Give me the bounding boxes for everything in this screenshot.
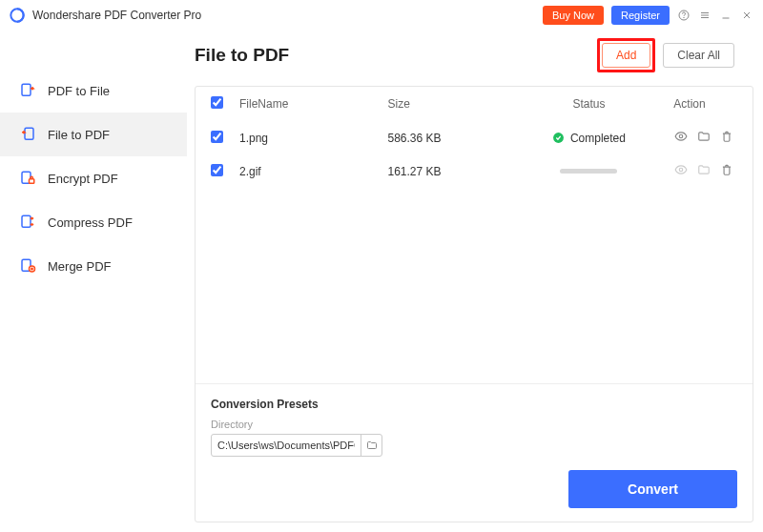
sidebar: PDF to File File to PDF Encrypt PDF Comp… [0, 31, 187, 532]
help-icon[interactable] [677, 9, 691, 22]
titlebar: Wondershare PDF Converter Pro Buy Now Re… [0, 0, 763, 31]
table-row: 2.gif 161.27 KB [196, 154, 753, 188]
add-button[interactable]: Add [602, 43, 650, 68]
sidebar-item-label: PDF to File [48, 84, 110, 98]
row-status: Completed [536, 132, 642, 145]
presets-title: Conversion Presets [211, 398, 737, 411]
register-button[interactable]: Register [611, 6, 670, 25]
open-folder-icon [697, 163, 711, 179]
sidebar-item-label: Merge PDF [48, 259, 111, 274]
clear-all-button[interactable]: Clear All [663, 43, 734, 68]
close-icon[interactable] [740, 9, 753, 22]
buy-now-button[interactable]: Buy Now [543, 6, 604, 25]
directory-input[interactable] [212, 440, 361, 451]
svg-point-2 [684, 17, 685, 18]
svg-rect-9 [22, 84, 31, 95]
row-checkbox[interactable] [211, 131, 223, 143]
table-row: 1.png 586.36 KB Completed [196, 121, 753, 154]
pdf-to-file-icon [19, 82, 36, 99]
svg-rect-12 [30, 179, 34, 184]
row-filename: 1.png [239, 132, 387, 145]
progress-bar [560, 169, 617, 174]
page-title: File to PDF [195, 45, 289, 66]
preview-icon [674, 163, 688, 179]
file-to-pdf-icon [19, 126, 36, 143]
row-checkbox[interactable] [211, 164, 223, 176]
conversion-presets: Conversion Presets Directory [196, 383, 753, 457]
add-button-highlight: Add [597, 38, 655, 72]
svg-rect-13 [22, 215, 31, 227]
file-table: FileName Size Status Action 1.png 586.36… [195, 86, 753, 522]
compress-pdf-icon [19, 214, 36, 231]
directory-field [211, 434, 382, 457]
svg-point-18 [679, 168, 683, 172]
encrypt-pdf-icon [19, 170, 36, 187]
preview-icon[interactable] [674, 130, 688, 146]
col-size: Size [387, 97, 535, 111]
delete-icon[interactable] [720, 163, 733, 179]
col-status: Status [536, 97, 642, 111]
sidebar-item-pdf-to-file[interactable]: PDF to File [0, 69, 187, 113]
sidebar-item-label: Compress PDF [48, 215, 133, 230]
svg-point-17 [679, 134, 683, 138]
sidebar-item-label: File to PDF [48, 128, 110, 142]
col-action: Action [642, 97, 737, 111]
menu-icon[interactable] [698, 9, 711, 22]
sidebar-item-compress-pdf[interactable]: Compress PDF [0, 200, 187, 244]
delete-icon[interactable] [720, 130, 733, 146]
table-header: FileName Size Status Action [196, 87, 753, 121]
convert-button[interactable]: Convert [568, 470, 737, 508]
merge-pdf-icon [19, 257, 36, 275]
check-circle-icon [552, 132, 565, 144]
sidebar-item-merge-pdf[interactable]: Merge PDF [0, 244, 187, 288]
sidebar-item-encrypt-pdf[interactable]: Encrypt PDF [0, 156, 187, 200]
select-all-checkbox[interactable] [211, 96, 223, 109]
row-status [536, 169, 642, 174]
row-filename: 2.gif [239, 165, 387, 178]
row-size: 161.27 KB [387, 165, 535, 178]
app-title: Wondershare PDF Converter Pro [32, 9, 201, 22]
minimize-icon[interactable] [719, 9, 732, 22]
main-panel: File to PDF Add Clear All FileName Size … [187, 31, 763, 532]
app-logo-icon [10, 8, 25, 23]
sidebar-item-label: Encrypt PDF [48, 172, 118, 186]
svg-rect-10 [25, 128, 33, 139]
sidebar-item-file-to-pdf[interactable]: File to PDF [0, 113, 187, 156]
col-filename: FileName [239, 97, 387, 111]
row-size: 586.36 KB [387, 132, 535, 145]
open-folder-icon[interactable] [697, 130, 711, 146]
directory-label: Directory [211, 419, 737, 430]
browse-folder-icon[interactable] [361, 435, 382, 456]
